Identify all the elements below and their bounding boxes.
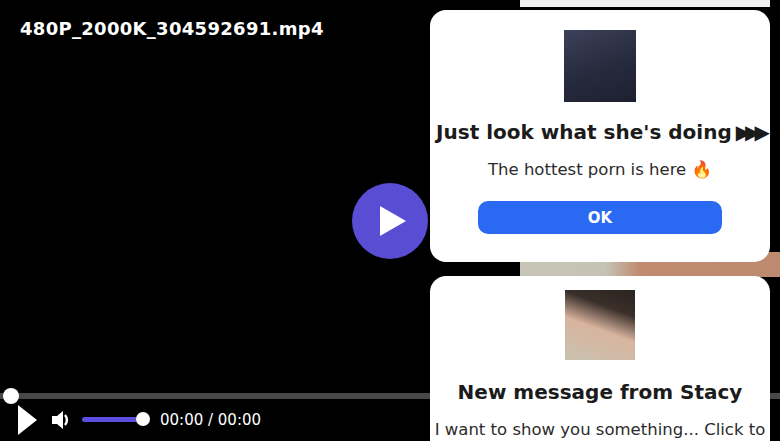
play-icon [16,404,38,436]
duration: 00:00 [218,411,261,429]
play-button[interactable] [16,404,38,436]
message-body: I want to show you something... Click to [430,420,770,439]
play-icon [378,204,408,238]
triple-arrow-icon: ▶▶▶ [736,120,764,144]
center-play-button[interactable] [352,183,428,259]
avatar-image[interactable] [565,290,635,360]
volume-icon [48,407,74,433]
offer-title: Just look what she's doing▶▶▶ [430,120,770,144]
message-title: New message from Stacy [430,380,770,404]
offer-subtitle: The hottest porn is here 🔥 [430,160,770,179]
mute-button[interactable] [48,407,74,433]
background-ad-sliver-top [520,0,770,7]
ad-popup-offer[interactable]: Just look what she's doing▶▶▶ The hottes… [430,10,770,262]
ad-thumbnail-image[interactable] [564,30,636,102]
current-time: 00:00 [160,411,203,429]
volume-handle[interactable] [136,412,150,426]
time-display: 00:00 / 00:00 [160,411,261,429]
video-filename: 480P_2000K_304592691.mp4 [20,18,324,39]
ad-popup-message[interactable]: New message from Stacy I want to show yo… [430,276,770,441]
seek-handle[interactable] [3,388,19,404]
ok-button[interactable]: OK [478,201,722,234]
time-separator: / [203,411,218,429]
volume-slider[interactable] [82,417,144,422]
